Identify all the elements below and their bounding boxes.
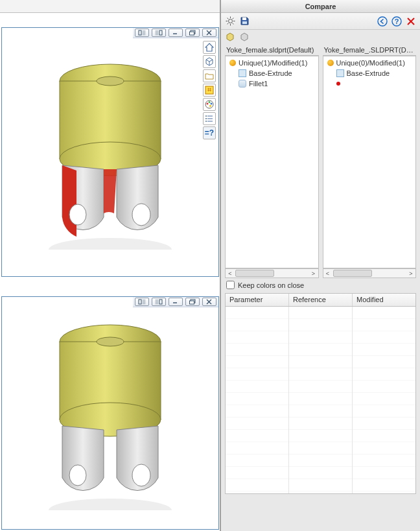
svg-rect-54 bbox=[242, 18, 246, 20]
tree-col-ref: Yoke_female.sldprt(Default) Unique(1)/Mo… bbox=[225, 44, 319, 278]
left-top-bar bbox=[0, 0, 220, 13]
root-icon bbox=[229, 60, 236, 66]
feature-icon bbox=[336, 69, 344, 77]
tree-col-mod: Yoke_female_.SLDPRT(Defau Unique(0)/Modi… bbox=[323, 44, 417, 278]
tree-item-label: Base-Extrude bbox=[347, 69, 390, 77]
sb-help-icon[interactable]: =? bbox=[203, 126, 216, 139]
svg-point-21 bbox=[211, 103, 213, 105]
fillet-icon bbox=[239, 80, 246, 88]
svg-point-22 bbox=[209, 105, 211, 107]
grid-body[interactable] bbox=[226, 307, 415, 493]
svg-point-27 bbox=[205, 118, 207, 119]
keep-colors-checkbox[interactable] bbox=[226, 281, 235, 289]
tree-body-mod[interactable]: Unique(0)/Modified(1) Base-Extrude bbox=[323, 56, 417, 268]
part-b-icon[interactable] bbox=[239, 32, 250, 42]
sb-folder-icon[interactable] bbox=[203, 69, 216, 82]
compare-title: Compare bbox=[221, 0, 420, 13]
grid-header: Parameter Reference Modified bbox=[226, 294, 415, 307]
grid-header-modified[interactable]: Modified bbox=[353, 294, 415, 306]
tree-root-ref-label: Unique(1)/Modified(1) bbox=[239, 59, 307, 67]
svg-line-53 bbox=[227, 23, 228, 25]
svg-rect-55 bbox=[242, 21, 247, 24]
svg-line-51 bbox=[232, 23, 233, 25]
tree-root-ref[interactable]: Unique(1)/Modified(1) bbox=[227, 58, 317, 68]
sb-palette-icon[interactable] bbox=[203, 98, 216, 111]
gear-icon[interactable] bbox=[225, 16, 235, 27]
feature-icon bbox=[239, 69, 246, 77]
svg-point-28 bbox=[205, 121, 207, 122]
tree-body-ref[interactable]: Unique(1)/Modified(1) Base-Extrude Fille… bbox=[225, 56, 319, 268]
part-model-reference bbox=[39, 316, 181, 510]
svg-point-20 bbox=[209, 101, 211, 103]
tree-item[interactable]: Fillet1 bbox=[227, 78, 317, 89]
svg-point-44 bbox=[49, 499, 172, 510]
svg-point-15 bbox=[49, 238, 172, 250]
sb-misc-icon[interactable]: ⌗ bbox=[203, 84, 216, 97]
keep-colors-label: Keep colors on close bbox=[238, 281, 304, 289]
doc-window-2 bbox=[1, 296, 219, 530]
svg-point-45 bbox=[228, 19, 232, 23]
help-icon[interactable]: ? bbox=[391, 16, 402, 27]
svg-point-56 bbox=[378, 17, 387, 26]
svg-point-40 bbox=[97, 337, 124, 346]
tree-item-label: Fillet1 bbox=[249, 80, 268, 88]
doc-window-1: ⌗ =? bbox=[1, 27, 219, 277]
grid-header-parameter[interactable]: Parameter bbox=[226, 294, 289, 306]
sb-list-icon[interactable] bbox=[203, 112, 216, 125]
part-a-icon[interactable] bbox=[225, 32, 235, 42]
svg-point-14 bbox=[132, 204, 150, 226]
doc2-viewport[interactable] bbox=[2, 297, 218, 529]
grid-header-reference[interactable]: Reference bbox=[289, 294, 353, 306]
missing-icon bbox=[336, 82, 340, 86]
svg-line-52 bbox=[232, 18, 233, 19]
tree-scrollbar-mod[interactable]: <> bbox=[323, 268, 417, 278]
sb-home-icon[interactable] bbox=[203, 41, 216, 54]
sb-box-icon[interactable] bbox=[203, 55, 216, 68]
compare-toolbar: ? bbox=[221, 13, 420, 30]
svg-point-19 bbox=[207, 103, 209, 105]
doc1-viewport[interactable] bbox=[2, 28, 218, 276]
part-model-modified bbox=[39, 55, 181, 250]
tree-scrollbar-ref[interactable]: <> bbox=[225, 268, 319, 278]
compare-toolbar-secondary bbox=[221, 30, 420, 44]
close-icon[interactable] bbox=[406, 16, 416, 27]
save-icon[interactable] bbox=[239, 16, 250, 27]
tree-item-label: Base-Extrude bbox=[249, 69, 292, 77]
tree-item-missing bbox=[325, 78, 415, 89]
left-pane: ⌗ =? bbox=[0, 0, 221, 531]
root-icon bbox=[327, 60, 334, 66]
keep-colors-row: Keep colors on close bbox=[221, 278, 420, 292]
tree-item[interactable]: Base-Extrude bbox=[227, 68, 317, 78]
doc1-sidebar: ⌗ =? bbox=[203, 41, 217, 139]
compare-grid: Parameter Reference Modified bbox=[225, 293, 416, 494]
svg-point-13 bbox=[69, 204, 86, 225]
svg-point-42 bbox=[69, 465, 86, 486]
svg-point-11 bbox=[97, 77, 124, 86]
compare-trees: Yoke_female.sldprt(Default) Unique(1)/Mo… bbox=[221, 44, 420, 278]
svg-text:?: ? bbox=[395, 17, 399, 25]
svg-line-50 bbox=[227, 18, 228, 19]
tree-root-mod[interactable]: Unique(0)/Modified(1) bbox=[325, 58, 415, 68]
tree-header-ref[interactable]: Yoke_female.sldprt(Default) bbox=[225, 44, 319, 56]
back-icon[interactable] bbox=[377, 16, 388, 27]
tree-root-mod-label: Unique(0)/Modified(1) bbox=[336, 59, 405, 67]
tree-item[interactable]: Base-Extrude bbox=[325, 68, 415, 78]
svg-point-43 bbox=[132, 464, 150, 486]
svg-point-26 bbox=[205, 115, 207, 117]
compare-panel: Compare ? Yoke_female.sldprt(Default) Un… bbox=[221, 0, 420, 531]
tree-header-mod[interactable]: Yoke_female_.SLDPRT(Defau bbox=[323, 44, 417, 56]
svg-text:⌗: ⌗ bbox=[207, 86, 211, 93]
